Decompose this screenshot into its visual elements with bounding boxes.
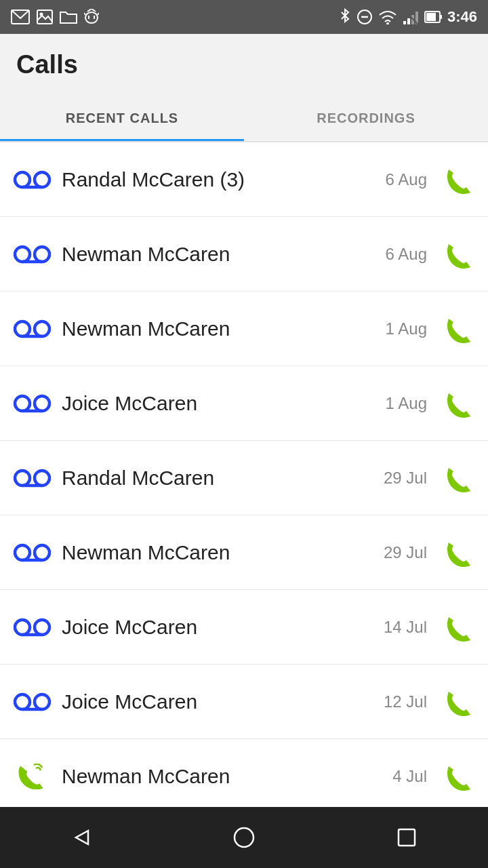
status-time: 3:46 <box>447 8 477 26</box>
call-item[interactable]: Randal McCaren 29 Jul <box>0 441 488 515</box>
svg-point-47 <box>235 828 253 847</box>
svg-point-34 <box>15 545 30 560</box>
svg-line-5 <box>98 13 99 15</box>
voicemail-icon <box>14 393 51 414</box>
call-name: Joice McCaren <box>62 690 384 713</box>
call-name: Newman McCaren <box>62 317 386 340</box>
call-date: 4 Jul <box>392 767 427 786</box>
page-title: Calls <box>16 50 78 79</box>
svg-point-38 <box>35 620 49 635</box>
call-date: 14 Jul <box>384 618 427 637</box>
voicemail-icon <box>14 468 51 488</box>
svg-point-25 <box>15 321 30 336</box>
tabs-container: RECENT CALLS RECORDINGS <box>0 95 488 142</box>
svg-rect-12 <box>407 18 410 24</box>
call-item[interactable]: Newman McCaren 29 Jul <box>0 515 488 590</box>
call-item[interactable]: Joice McCaren 12 Jul <box>0 665 488 739</box>
call-date: 6 Aug <box>386 245 427 264</box>
call-name: Newman McCaren <box>62 541 384 564</box>
tab-recent-calls[interactable]: RECENT CALLS <box>0 95 244 141</box>
bottom-nav <box>0 807 488 868</box>
call-button[interactable] <box>441 685 474 719</box>
voicemail-icon <box>14 319 51 339</box>
tab-recordings[interactable]: RECORDINGS <box>244 95 488 141</box>
call-button[interactable] <box>441 610 474 644</box>
call-date: 29 Jul <box>384 543 427 562</box>
svg-point-37 <box>15 620 30 635</box>
svg-marker-46 <box>76 831 88 844</box>
call-item[interactable]: Randal McCaren (3) 6 Aug <box>0 142 488 217</box>
call-button[interactable] <box>441 237 474 271</box>
wifi-icon <box>378 9 397 24</box>
call-item[interactable]: Newman McCaren 1 Aug <box>0 292 488 366</box>
back-button[interactable] <box>61 817 102 858</box>
call-date: 1 Aug <box>386 319 427 338</box>
call-date: 29 Jul <box>384 469 427 488</box>
svg-point-19 <box>15 172 30 187</box>
call-list: Randal McCaren (3) 6 Aug Newman McCaren … <box>0 142 488 868</box>
svg-point-31 <box>15 471 30 486</box>
svg-point-3 <box>85 12 98 23</box>
call-item[interactable]: Joice McCaren 14 Jul <box>0 590 488 665</box>
svg-rect-1 <box>37 10 52 24</box>
call-name: Newman McCaren <box>62 765 392 788</box>
svg-point-23 <box>35 247 49 262</box>
svg-rect-48 <box>399 829 415 846</box>
svg-point-10 <box>386 22 389 24</box>
call-button[interactable] <box>441 387 474 420</box>
battery-icon <box>424 9 442 24</box>
bluetooth-icon <box>339 8 351 26</box>
call-name: Randal McCaren (3) <box>62 168 386 191</box>
folder-icon <box>60 9 77 24</box>
header: Calls <box>0 34 488 95</box>
call-item[interactable]: Newman McCaren 4 Jul <box>0 739 488 814</box>
svg-point-40 <box>15 694 30 709</box>
call-name: Joice McCaren <box>62 392 386 415</box>
svg-point-32 <box>35 471 49 486</box>
svg-rect-17 <box>440 15 442 19</box>
image-icon <box>37 9 53 24</box>
svg-point-35 <box>35 545 49 560</box>
call-item[interactable]: Newman McCaren 6 Aug <box>0 217 488 292</box>
status-icons-right: 3:46 <box>339 8 477 26</box>
android-icon <box>84 9 99 25</box>
call-item[interactable]: Joice McCaren 1 Aug <box>0 366 488 441</box>
svg-point-28 <box>15 396 30 411</box>
voicemail-icon <box>14 244 51 264</box>
status-icons-left <box>11 9 99 25</box>
svg-point-22 <box>15 247 30 262</box>
call-button[interactable] <box>441 536 474 570</box>
svg-rect-11 <box>403 21 406 24</box>
call-name: Randal McCaren <box>62 467 384 490</box>
call-name: Newman McCaren <box>62 243 386 266</box>
svg-point-41 <box>35 694 49 709</box>
voicemail-icon <box>14 170 51 190</box>
svg-point-26 <box>35 321 49 336</box>
svg-line-4 <box>84 13 85 15</box>
svg-rect-18 <box>426 13 436 21</box>
svg-point-20 <box>35 172 49 187</box>
call-date: 6 Aug <box>386 170 427 189</box>
call-button[interactable] <box>441 760 474 793</box>
voicemail-icon <box>14 542 51 563</box>
recents-button[interactable] <box>386 817 427 858</box>
call-button[interactable] <box>441 163 474 197</box>
minus-circle-icon <box>357 9 373 25</box>
mail-icon <box>11 9 30 24</box>
call-name: Joice McCaren <box>62 616 384 639</box>
status-bar: 3:46 <box>0 0 488 34</box>
voicemail-icon <box>14 692 51 712</box>
incoming-call-icon <box>14 763 51 790</box>
signal-icon <box>403 9 419 25</box>
call-date: 12 Jul <box>384 692 427 711</box>
voicemail-icon <box>14 617 51 637</box>
home-button[interactable] <box>224 817 264 858</box>
call-button[interactable] <box>441 312 474 346</box>
call-button[interactable] <box>441 461 474 495</box>
call-date: 1 Aug <box>386 394 427 413</box>
svg-point-29 <box>35 396 49 411</box>
